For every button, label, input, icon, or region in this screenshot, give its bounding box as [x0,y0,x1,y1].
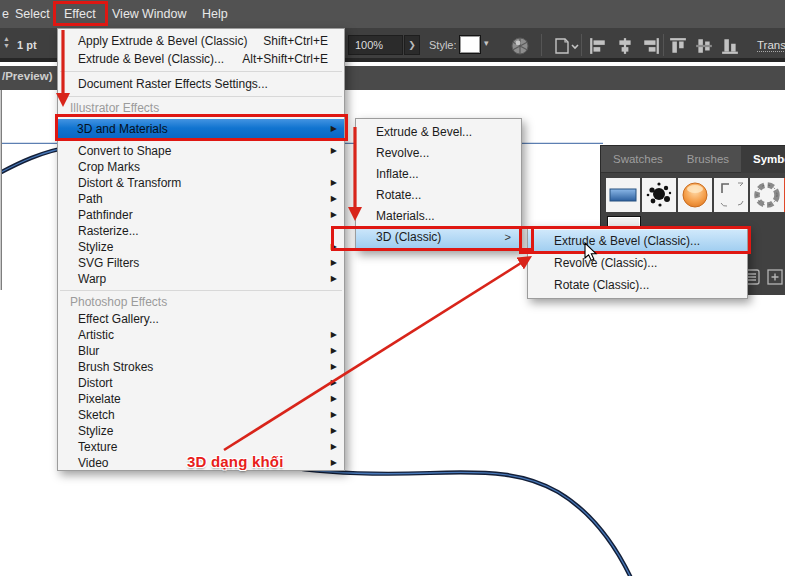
effect-menu: Apply Extrude & Bevel (Classic) Shift+Ct… [57,28,345,471]
menubar-item-view[interactable]: View [112,0,139,28]
transform-link[interactable]: Trans [757,39,785,52]
left-edge-strip [0,90,2,290]
submenu-arrow-icon: ▶ [331,423,337,439]
menu-item-convert-to-shape[interactable]: Convert to Shape ▶ [58,143,344,159]
tab-symbols[interactable]: Symbols [741,146,785,173]
menu-item-sketch[interactable]: Sketch ▶ [58,407,344,423]
submenu-arrow-icon: ▶ [331,343,337,359]
section-header-illustrator-effects: Illustrator Effects [58,100,344,117]
color-wheel-icon[interactable] [511,37,529,55]
menu-item-stylize-photoshop[interactable]: Stylize ▶ [58,423,344,439]
menu-item-rasterize[interactable]: Rasterize... [58,223,344,239]
submenu-arrow-icon: ▶ [331,255,337,271]
document-setup-icon[interactable] [553,37,579,55]
submenu-3d-and-materials: Extrude & Bevel... Revolve... Inflate...… [355,118,522,251]
submenu-arrow-icon: ▶ [331,359,337,375]
submenu-arrow-icon: ▶ [331,119,337,139]
zoom-level-field[interactable]: 100% [348,35,403,55]
new-symbol-icon[interactable] [767,269,783,285]
submenu-item-revolve[interactable]: Revolve... [356,143,521,164]
submenu-arrow-icon: > [505,227,511,248]
align-center-h-icon[interactable] [616,37,634,55]
menu-item-svg-filters[interactable]: SVG Filters ▶ [58,255,344,271]
submenu-item-extrude-bevel[interactable]: Extrude & Bevel... [356,122,521,143]
menu-item-distort-transform[interactable]: Distort & Transform ▶ [58,175,344,191]
section-header-photoshop-effects: Photoshop Effects [58,294,344,311]
submenu-arrow-icon: ▶ [331,407,337,423]
menu-item-apply-extrude-bevel[interactable]: Apply Extrude & Bevel (Classic) Shift+Ct… [58,32,344,50]
menu-item-warp[interactable]: Warp ▶ [58,271,344,287]
menubar: e Select Effect View Window Help [0,0,785,28]
align-middle-v-icon[interactable] [695,37,713,55]
orange-orb-symbol[interactable] [678,178,712,212]
submenu-item-extrude-bevel-classic[interactable]: Extrude & Bevel (Classic)... [528,230,747,252]
menu-item-document-raster-effects[interactable]: Document Raster Effects Settings... [58,75,344,93]
toolbar-separator [581,34,582,56]
menu-item-pathfinder[interactable]: Pathfinder ▶ [58,207,344,223]
menubar-item-partial[interactable]: e [2,0,9,28]
menu-item-extrude-bevel-classic[interactable]: Extrude & Bevel (Classic)... Alt+Shift+C… [58,50,344,68]
submenu-item-inflate[interactable]: Inflate... [356,164,521,185]
menu-item-stylize-illustrator[interactable]: Stylize ▶ [58,239,344,255]
submenu-item-rotate[interactable]: Rotate... [356,185,521,206]
menu-item-path[interactable]: Path ▶ [58,191,344,207]
align-right-icon[interactable] [642,37,660,55]
menu-separator [60,71,342,72]
align-left-icon[interactable] [589,37,607,55]
submenu-item-revolve-classic[interactable]: Revolve (Classic)... [528,252,747,274]
submenu-arrow-icon: ▶ [331,271,337,287]
ink-splat-symbol[interactable] [642,178,676,212]
tab-brushes[interactable]: Brushes [675,146,741,173]
submenu-arrow-icon: ▶ [331,191,337,207]
stroke-weight-value[interactable]: 1 pt [17,39,37,51]
submenu-arrow-icon: ▶ [331,455,337,471]
submenu-item-3d-classic[interactable]: 3D (Classic) > [356,227,521,248]
menu-item-pixelate[interactable]: Pixelate ▶ [58,391,344,407]
menu-item-blur[interactable]: Blur ▶ [58,343,344,359]
align-top-icon[interactable] [669,37,687,55]
style-swatch[interactable] [459,35,481,54]
document-tab-title[interactable]: /Preview) [2,70,53,82]
blue-gradient-bar-symbol[interactable] [606,178,640,212]
shortcut: Shift+Ctrl+E [263,32,328,50]
style-label: Style: [429,39,457,51]
submenu-arrow-icon: ▶ [331,375,337,391]
annotation-callout-label: 3D dạng khối [187,453,284,470]
tab-swatches[interactable]: Swatches [601,146,675,173]
menu-separator [60,96,342,97]
menubar-item-effect[interactable]: Effect [64,0,96,28]
menu-item-crop-marks[interactable]: Crop Marks [58,159,344,175]
curve-bottom-segment [283,466,632,576]
menu-item-effect-gallery[interactable]: Effect Gallery... [58,311,344,327]
submenu-arrow-icon: ▶ [331,207,337,223]
menu-item-artistic[interactable]: Artistic ▶ [58,327,344,343]
stroke-stepper[interactable]: ▲▼ [3,35,10,49]
submenu-arrow-icon: ▶ [331,391,337,407]
menu-item-3d-and-materials[interactable]: 3D and Materials ▶ [58,119,344,143]
style-chevron-icon[interactable]: ▾ [484,38,489,48]
menu-item-brush-strokes[interactable]: Brush Strokes ▶ [58,359,344,375]
menubar-item-window[interactable]: Window [142,0,186,28]
panel-tab-bar: Swatches Brushes Symbols [601,146,785,173]
menu-separator [60,290,342,291]
submenu-3d-classic: Extrude & Bevel (Classic)... Revolve (Cl… [527,226,748,299]
toolbar-separator [541,34,542,56]
menubar-item-help[interactable]: Help [202,0,228,28]
menu-item-distort[interactable]: Distort ▶ [58,375,344,391]
corner-marks-symbol[interactable] [714,178,748,212]
submenu-arrow-icon: ▶ [331,239,337,255]
submenu-arrow-icon: ▶ [331,439,337,455]
shortcut: Alt+Shift+Ctrl+E [242,50,328,68]
menubar-item-select[interactable]: Select [15,0,50,28]
submenu-item-materials[interactable]: Materials... [356,206,521,227]
submenu-arrow-icon: ▶ [331,143,337,159]
zoom-expand-button[interactable]: ❯ [404,35,420,55]
submenu-arrow-icon: ▶ [331,327,337,343]
toolbar-separator [663,34,664,56]
submenu-arrow-icon: ▶ [331,175,337,191]
dot-ring-symbol[interactable] [750,178,784,212]
align-bottom-icon[interactable] [721,37,739,55]
submenu-item-rotate-classic[interactable]: Rotate (Classic)... [528,274,747,296]
